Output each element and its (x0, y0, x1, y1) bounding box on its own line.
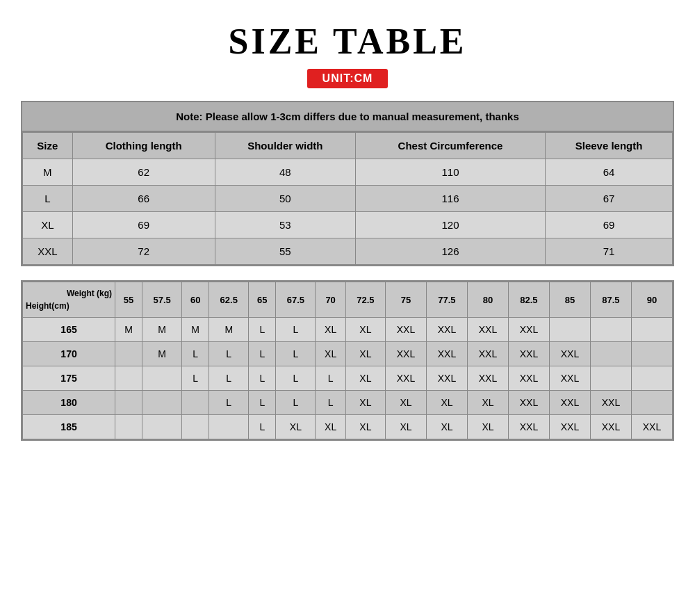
size-table-cell: 69 (72, 212, 215, 238)
wh-size-cell: L (249, 415, 276, 439)
wh-weight-header: 57.5 (142, 282, 182, 318)
wh-size-cell: XL (426, 415, 467, 439)
wh-size-cell: L (276, 366, 316, 391)
wh-size-cell: L (316, 366, 345, 391)
size-table-cell: 72 (72, 238, 215, 265)
wh-size-cell: XXL (590, 415, 631, 439)
wh-size-cell: XXL (549, 342, 590, 366)
size-table-cell: XL (23, 212, 73, 238)
size-table-cell: XXL (23, 238, 73, 265)
wh-size-cell (631, 391, 672, 415)
wh-size-cell: L (276, 318, 316, 342)
size-table-cell: 55 (215, 238, 355, 265)
wh-weight-header: 65 (249, 282, 276, 318)
size-table-header: Size (23, 133, 73, 159)
wh-weight-header: 70 (316, 282, 345, 318)
wh-weight-header: 90 (631, 282, 672, 318)
unit-badge: UNIT:CM (307, 69, 389, 88)
wh-height-cell: 165 (23, 318, 115, 342)
size-table-row: XL695312069 (23, 212, 673, 238)
wh-size-cell: L (209, 391, 249, 415)
wh-size-cell: XXL (508, 391, 549, 415)
wh-table-row: 165MMMMLLXLXLXXLXXLXXLXXL (23, 318, 673, 342)
wh-size-cell: XXL (549, 391, 590, 415)
wh-size-cell (549, 318, 590, 342)
size-table-cell: 69 (546, 212, 673, 238)
wh-size-cell: XXL (467, 342, 508, 366)
wh-weight-header: 55 (115, 282, 142, 318)
wh-weight-header: 87.5 (590, 282, 631, 318)
wh-weight-header: 75 (385, 282, 426, 318)
wh-size-cell: XL (385, 415, 426, 439)
size-table-header: Shoulder width (215, 133, 355, 159)
wh-size-cell (142, 391, 182, 415)
wh-size-cell: XL (426, 391, 467, 415)
wh-table-row: 185LXLXLXLXLXLXLXXLXXLXXLXXL (23, 415, 673, 439)
wh-size-cell (115, 415, 142, 439)
wh-size-cell: L (249, 366, 276, 391)
wh-size-cell (115, 391, 142, 415)
wh-weight-header: 82.5 (508, 282, 549, 318)
wh-size-cell: XXL (508, 415, 549, 439)
height-label: Height(cm) (26, 301, 112, 311)
wh-weight-header: 62.5 (209, 282, 249, 318)
note-row: Note: Please allow 1-3cm differs due to … (22, 102, 673, 132)
wh-size-cell: XXL (467, 318, 508, 342)
size-table-cell: 48 (215, 159, 355, 186)
wh-size-cell: L (209, 342, 249, 366)
wh-size-cell: M (115, 318, 142, 342)
wh-size-cell: L (276, 342, 316, 366)
wh-weight-header: 85 (549, 282, 590, 318)
wh-size-cell: XXL (385, 318, 426, 342)
wh-table-row: 180LLLLXLXLXLXLXXLXXLXXL (23, 391, 673, 415)
wh-height-cell: 175 (23, 366, 115, 391)
size-table-row: XXL725512671 (23, 238, 673, 265)
wh-size-cell: L (249, 342, 276, 366)
wh-height-cell: 185 (23, 415, 115, 439)
wh-size-cell: L (316, 391, 345, 415)
wh-weight-header: 67.5 (276, 282, 316, 318)
size-table-cell: 62 (72, 159, 215, 186)
size-table: SizeClothing lengthShoulder widthChest C… (22, 132, 673, 265)
wh-weight-header: 80 (467, 282, 508, 318)
wh-height-cell: 170 (23, 342, 115, 366)
wh-size-cell: XL (345, 318, 385, 342)
wh-size-cell: M (182, 318, 209, 342)
wh-size-cell (115, 366, 142, 391)
wh-size-cell: XXL (467, 366, 508, 391)
wh-size-cell: L (249, 318, 276, 342)
size-table-cell: 71 (546, 238, 673, 265)
wh-size-cell: XXL (590, 391, 631, 415)
wh-size-cell (590, 318, 631, 342)
size-table-header: Sleeve length (546, 133, 673, 159)
size-table-cell: M (23, 159, 73, 186)
wh-size-cell (590, 342, 631, 366)
wh-size-cell: XL (467, 391, 508, 415)
wh-size-cell: XL (316, 342, 345, 366)
size-table-wrapper: Note: Please allow 1-3cm differs due to … (21, 101, 674, 266)
wh-size-cell: XXL (426, 366, 467, 391)
wh-size-cell: M (142, 318, 182, 342)
wh-size-cell (631, 342, 672, 366)
wh-table: Weight (kg)Height(cm)5557.56062.56567.57… (22, 282, 673, 439)
wh-size-cell: L (182, 366, 209, 391)
wh-size-cell: L (276, 391, 316, 415)
size-table-row: M624811064 (23, 159, 673, 186)
wh-size-cell: XXL (385, 342, 426, 366)
wh-size-cell: XL (385, 391, 426, 415)
size-table-cell: 116 (355, 186, 545, 212)
size-table-header: Chest Circumference (355, 133, 545, 159)
size-table-cell: 66 (72, 186, 215, 212)
wh-corner-header: Weight (kg)Height(cm) (23, 282, 115, 318)
wh-size-cell: XXL (508, 366, 549, 391)
wh-size-cell (182, 391, 209, 415)
wh-weight-header: 77.5 (426, 282, 467, 318)
size-table-cell: 120 (355, 212, 545, 238)
wh-size-cell: M (142, 342, 182, 366)
weight-label: Weight (kg) (26, 289, 112, 298)
size-table-cell: 110 (355, 159, 545, 186)
size-table-cell: 126 (355, 238, 545, 265)
wh-weight-header: 60 (182, 282, 209, 318)
wh-table-wrapper: Weight (kg)Height(cm)5557.56062.56567.57… (21, 280, 674, 441)
wh-size-cell: XXL (385, 366, 426, 391)
